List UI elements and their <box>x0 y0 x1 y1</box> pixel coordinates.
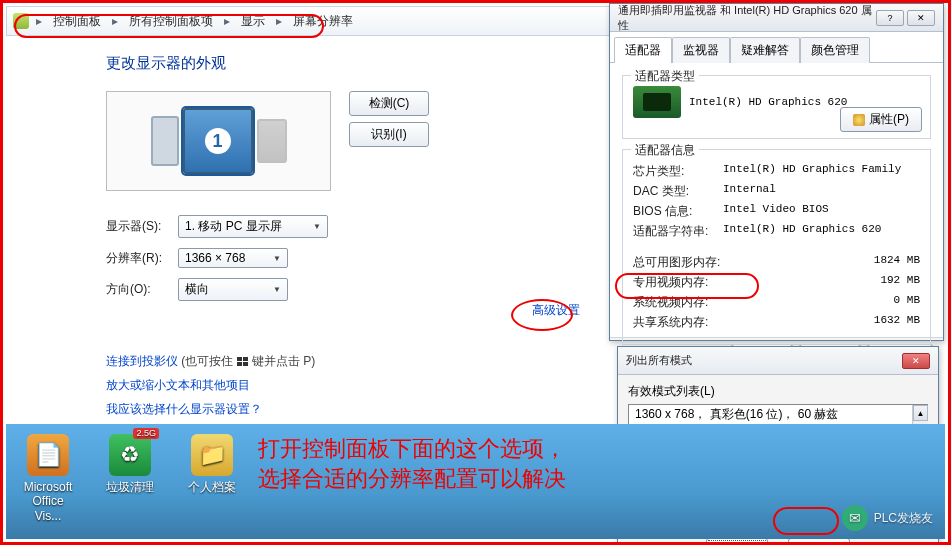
adapter-name: Intel(R) HD Graphics 620 <box>689 96 847 108</box>
icon-label: 垃圾清理 <box>100 480 160 494</box>
annotation-text: 打开控制面板下面的这个选项， 选择合适的分辨率配置可以解决 <box>258 434 566 493</box>
close-button[interactable]: ✕ <box>902 353 930 369</box>
windows-key-icon <box>237 357 249 367</box>
control-panel-window: ▸ 控制面板 ▸ 所有控制面板项 ▸ 显示 ▸ 屏幕分辨率 更改显示器的外观 1… <box>6 6 620 424</box>
desktop-icon-trash-clean[interactable]: ♻2.5G 垃圾清理 <box>100 434 160 523</box>
wechat-icon: ✉ <box>842 505 868 531</box>
annotation-circle <box>773 507 839 535</box>
detect-button[interactable]: 检测(C) <box>349 91 429 116</box>
annotation-circle <box>615 273 759 299</box>
ok-button[interactable]: 确定 <box>706 538 768 545</box>
chip-type-label: 芯片类型: <box>633 163 723 180</box>
titlebar[interactable]: 列出所有模式 ✕ <box>618 347 938 375</box>
monitor-number: 1 <box>205 128 231 154</box>
monitor-selected-thumb[interactable]: 1 <box>183 108 253 174</box>
display-label: 显示器(S): <box>106 218 178 235</box>
icon-label: 个人档案 <box>182 480 242 494</box>
orientation-value: 横向 <box>185 281 209 298</box>
dac-type-value: Internal <box>723 183 776 200</box>
projector-link[interactable]: 连接到投影仪 <box>106 354 178 368</box>
orientation-select[interactable]: 横向 <box>178 278 288 301</box>
projector-hint: (也可按住 键并点击 P) <box>181 354 315 368</box>
adapter-type-group: 适配器类型 Intel(R) HD Graphics 620 属性(P) <box>622 75 931 139</box>
bios-value: Intel Video BIOS <box>723 203 829 220</box>
resolution-select[interactable]: 1366 × 768 <box>178 248 288 268</box>
help-button[interactable]: ? <box>876 10 904 26</box>
resolution-value: 1366 × 768 <box>185 251 245 265</box>
window-title: 通用即插即用监视器 和 Intel(R) HD Graphics 620 属性 <box>618 3 876 33</box>
tab-adapter[interactable]: 适配器 <box>614 37 672 63</box>
text-size-link[interactable]: 放大或缩小文本和其他项目 <box>106 378 250 392</box>
svg-rect-1 <box>243 357 248 361</box>
svg-rect-3 <box>243 362 248 366</box>
shared-mem-label: 共享系统内存: <box>633 314 874 331</box>
tab-color[interactable]: 颜色管理 <box>800 37 870 63</box>
icon-label: Office Vis... <box>18 494 78 523</box>
icon-label: Microsoft <box>18 480 78 494</box>
mode-item[interactable]: 1360 x 768， 真彩色(16 位)， 60 赫兹 <box>629 405 928 424</box>
page-title: 更改显示器的外观 <box>106 54 620 73</box>
modes-list-label: 有效模式列表(L) <box>628 383 928 400</box>
group-title: 适配器信息 <box>631 142 699 159</box>
which-display-link[interactable]: 我应该选择什么显示器设置？ <box>106 402 262 416</box>
ded-vid-value: 192 MB <box>880 274 920 291</box>
group-title: 适配器类型 <box>631 68 699 85</box>
bios-label: BIOS 信息: <box>633 203 723 220</box>
desktop-icon-office[interactable]: 📄 Microsoft Office Vis... <box>18 434 78 523</box>
cancel-button[interactable]: 取消 <box>788 538 850 545</box>
shield-icon <box>853 114 865 126</box>
chip-type-value: Intel(R) HD Graphics Family <box>723 163 901 180</box>
monitor-2-thumb[interactable] <box>257 119 287 163</box>
gpu-chip-icon <box>633 86 681 118</box>
watermark: ✉ PLC发烧友 <box>842 505 933 531</box>
display-select[interactable]: 1. 移动 PC 显示屏 <box>178 215 328 238</box>
cleaner-icon: ♻2.5G <box>109 434 151 476</box>
orientation-label: 方向(O): <box>106 281 178 298</box>
svg-rect-0 <box>237 357 242 361</box>
adapter-string-value: Intel(R) HD Graphics 620 <box>723 223 881 240</box>
resolution-label: 分辨率(R): <box>106 250 178 267</box>
sys-vid-value: 0 MB <box>894 294 920 311</box>
office-icon: 📄 <box>27 434 69 476</box>
monitor-preview[interactable]: 1 <box>106 91 331 191</box>
tab-troubleshoot[interactable]: 疑难解答 <box>730 37 800 63</box>
total-mem-value: 1824 MB <box>874 254 920 271</box>
titlebar[interactable]: 通用即插即用监视器 和 Intel(R) HD Graphics 620 属性 … <box>610 4 943 32</box>
annotation-circle <box>511 299 573 331</box>
desktop-icon-profile[interactable]: 📁 个人档案 <box>182 434 242 523</box>
adapter-string-label: 适配器字符串: <box>633 223 723 240</box>
identify-button[interactable]: 识别(I) <box>349 122 429 147</box>
folder-icon: 📁 <box>191 434 233 476</box>
shared-mem-value: 1632 MB <box>874 314 920 331</box>
dac-type-label: DAC 类型: <box>633 183 723 200</box>
adapter-info-group: 适配器信息 芯片类型:Intel(R) HD Graphics Family D… <box>622 149 931 345</box>
tab-monitor[interactable]: 监视器 <box>672 37 730 63</box>
total-mem-label: 总可用图形内存: <box>633 254 874 271</box>
scroll-up-button[interactable]: ▲ <box>913 405 928 421</box>
watermark-label: PLC发烧友 <box>874 510 933 527</box>
display-value: 1. 移动 PC 显示屏 <box>185 218 282 235</box>
window-title: 列出所有模式 <box>626 353 692 368</box>
svg-rect-2 <box>237 362 242 366</box>
annotation-circle <box>14 14 324 38</box>
tabs: 适配器 监视器 疑难解答 颜色管理 <box>610 32 943 63</box>
close-button[interactable]: ✕ <box>907 10 935 26</box>
adapter-properties-button[interactable]: 属性(P) <box>840 107 922 132</box>
monitor-1-thumb[interactable] <box>151 116 179 166</box>
